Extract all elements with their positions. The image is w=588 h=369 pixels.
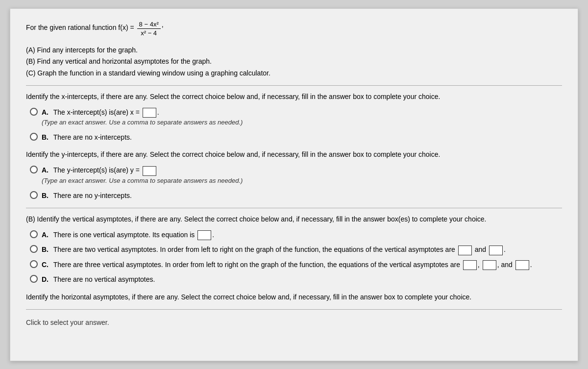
va-two-box-1[interactable] bbox=[458, 246, 472, 255]
footer: Click to select your answer. bbox=[26, 319, 562, 326]
va-option-c-label: C. bbox=[42, 261, 49, 269]
function-header: For the given rational function f(x) = 8… bbox=[26, 21, 562, 37]
y-option-a-content: A. The y-intercept(s) is(are) y = (Type … bbox=[42, 165, 243, 186]
function-comma: , bbox=[162, 21, 164, 28]
va-option-c-and: , and bbox=[497, 261, 514, 269]
x-option-a-content: A. The x-intercept(s) is(are) x = . (Typ… bbox=[42, 107, 243, 128]
va-option-c-period: . bbox=[530, 261, 532, 269]
y-option-a-row: A. The y-intercept(s) is(are) y = (Type … bbox=[30, 165, 562, 186]
va-option-b-connector: and bbox=[475, 246, 486, 253]
va-option-c-text: There are three vertical asymptotes. In … bbox=[53, 261, 460, 269]
x-option-b-text: There are no x-intercepts. bbox=[53, 133, 132, 141]
divider-3 bbox=[26, 309, 562, 310]
va-option-a-period: . bbox=[212, 231, 214, 239]
va-option-b-label: B. bbox=[42, 246, 49, 253]
y-option-b-radio[interactable] bbox=[30, 191, 38, 200]
section-horizontal: Identify the horizontal asymptotes, if t… bbox=[26, 292, 562, 302]
radio-circle[interactable] bbox=[30, 230, 38, 238]
divider-1 bbox=[26, 85, 562, 86]
y-option-a-sub: (Type an exact answer. Use a comma to se… bbox=[42, 176, 243, 186]
x-option-a-text: The x-intercept(s) is(are) x = bbox=[53, 108, 140, 116]
vertical-asymptote-options: A. There is one vertical asymptote. Its … bbox=[30, 229, 562, 285]
y-option-b-content: B. There are no y-intercepts. bbox=[42, 190, 132, 201]
x-intercept-question: Identify the x-intercepts, if there are … bbox=[26, 92, 562, 102]
va-option-c-radio[interactable] bbox=[30, 260, 38, 270]
x-option-a-row: A. The x-intercept(s) is(are) x = . (Typ… bbox=[30, 107, 562, 128]
footer-text: Click to select your answer. bbox=[26, 319, 109, 326]
x-option-a-radio[interactable] bbox=[30, 108, 38, 117]
radio-circle[interactable] bbox=[30, 191, 38, 199]
x-option-a-label: A. bbox=[42, 108, 49, 116]
x-option-a-sub: (Type an exact answer. Use a comma to se… bbox=[42, 118, 243, 128]
va-one-box[interactable] bbox=[197, 230, 211, 240]
va-option-b-content: B. There are two vertical asymptotes. In… bbox=[42, 244, 506, 255]
x-intercept-options: A. The x-intercept(s) is(are) x = . (Typ… bbox=[30, 107, 562, 143]
va-three-box-3[interactable] bbox=[515, 260, 529, 270]
instructions-block: (A) Find any intercepts for the graph. (… bbox=[26, 45, 562, 79]
divider-2 bbox=[26, 208, 562, 208]
y-option-a-text: The y-intercept(s) is(are) y = bbox=[53, 166, 140, 174]
y-option-b-text: There are no y-intercepts. bbox=[53, 192, 132, 199]
radio-circle[interactable] bbox=[30, 166, 38, 173]
fraction-denominator: x² − 4 bbox=[139, 29, 159, 37]
horizontal-asymptote-question: Identify the horizontal asymptotes, if t… bbox=[26, 292, 562, 302]
x-answer-box[interactable] bbox=[143, 108, 156, 118]
va-option-b-period: . bbox=[504, 246, 506, 253]
va-two-box-2[interactable] bbox=[489, 246, 503, 255]
x-option-a-period: . bbox=[157, 108, 159, 116]
instruction-a: (A) Find any intercepts for the graph. bbox=[26, 45, 562, 56]
y-option-b-label: B. bbox=[42, 192, 49, 199]
section-b-vertical: (B) Identify the vertical asymptotes, if… bbox=[26, 214, 562, 285]
y-answer-box[interactable] bbox=[143, 166, 156, 176]
vertical-asymptote-question: (B) Identify the vertical asymptotes, if… bbox=[26, 214, 562, 224]
va-option-a-row: A. There is one vertical asymptote. Its … bbox=[30, 229, 562, 240]
va-option-d-radio[interactable] bbox=[30, 275, 38, 284]
va-three-box-1[interactable] bbox=[463, 260, 477, 270]
va-option-b-text: There are two vertical asymptotes. In or… bbox=[53, 246, 455, 253]
instruction-c: (C) Graph the function in a standard vie… bbox=[26, 68, 562, 79]
va-option-d-label: D. bbox=[42, 275, 49, 283]
y-intercept-options: A. The y-intercept(s) is(are) y = (Type … bbox=[30, 165, 562, 201]
x-option-b-radio[interactable] bbox=[30, 133, 38, 142]
x-option-b-row: B. There are no x-intercepts. bbox=[30, 132, 562, 143]
y-option-a-radio[interactable] bbox=[30, 166, 38, 175]
va-option-c-row: C. There are three vertical asymptotes. … bbox=[30, 259, 562, 270]
main-page: For the given rational function f(x) = 8… bbox=[10, 8, 578, 361]
radio-circle[interactable] bbox=[30, 260, 38, 268]
y-intercept-question: Identify the y-intercepts, if there are … bbox=[26, 149, 562, 160]
fraction-numerator: 8 − 4x² bbox=[137, 21, 161, 29]
instruction-b: (B) Find any vertical and horizontal asy… bbox=[26, 56, 562, 68]
x-option-b-label: B. bbox=[42, 133, 49, 141]
va-option-d-text: There are no vertical asymptotes. bbox=[53, 275, 155, 283]
radio-circle[interactable] bbox=[30, 275, 38, 283]
va-option-d-row: D. There are no vertical asymptotes. bbox=[30, 274, 562, 285]
va-option-c-comma1: , bbox=[478, 261, 482, 269]
radio-circle[interactable] bbox=[30, 133, 38, 141]
radio-circle[interactable] bbox=[30, 245, 38, 253]
va-option-c-content: C. There are three vertical asymptotes. … bbox=[42, 259, 532, 270]
section-a-x: Identify the x-intercepts, if there are … bbox=[26, 92, 562, 143]
radio-circle[interactable] bbox=[30, 108, 38, 116]
va-option-a-radio[interactable] bbox=[30, 230, 38, 240]
va-option-b-radio[interactable] bbox=[30, 245, 38, 254]
va-option-d-content: D. There are no vertical asymptotes. bbox=[42, 274, 155, 285]
y-option-a-label: A. bbox=[42, 166, 49, 174]
va-option-a-label: A. bbox=[42, 231, 49, 239]
va-option-a-content: A. There is one vertical asymptote. Its … bbox=[42, 229, 214, 240]
x-option-b-content: B. There are no x-intercepts. bbox=[42, 132, 132, 143]
function-prefix: For the given rational function f(x) = bbox=[26, 21, 134, 34]
va-three-box-2[interactable] bbox=[483, 260, 496, 270]
va-option-b-row: B. There are two vertical asymptotes. In… bbox=[30, 244, 562, 255]
y-option-b-row: B. There are no y-intercepts. bbox=[30, 190, 562, 201]
function-fraction: 8 − 4x² x² − 4 bbox=[137, 21, 161, 37]
va-option-a-text: There is one vertical asymptote. Its equ… bbox=[53, 231, 195, 239]
section-a-y: Identify the y-intercepts, if there are … bbox=[26, 149, 562, 201]
